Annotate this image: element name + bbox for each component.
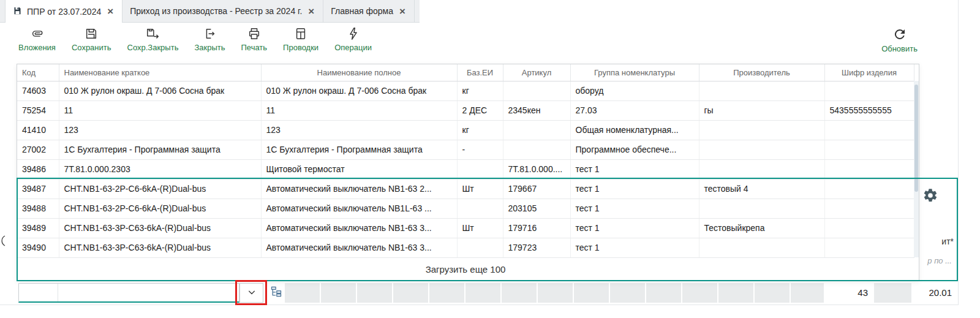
door-exit-icon (203, 27, 216, 40)
field-placeholder-fragment[interactable]: р по ... (911, 256, 952, 265)
tab-bar: ППР от 23.07.2024 × Приход из производст… (0, 0, 420, 23)
column-header-baz-ei[interactable]: Баз.ЕИ (457, 64, 503, 81)
tree-view-icon (270, 286, 282, 300)
column-header-manufacturer[interactable]: Производитель (699, 64, 824, 81)
table-cell: тест 1 (570, 159, 699, 179)
field-label-fragment: ит* (916, 237, 954, 246)
tab-ppr[interactable]: ППР от 23.07.2024 × (5, 0, 123, 23)
table-cell: CHT.NB1-63-3P-C63-6kA-(R)Dual-bus (59, 238, 261, 257)
toolbar-button-label: Вложения (18, 43, 56, 52)
save-close-button[interactable]: Сохр.Закрыть (127, 27, 179, 52)
item-list-popup: Код Наименование краткое Наименование по… (17, 64, 919, 281)
window-right-edge (958, 0, 959, 305)
save-button[interactable]: Сохранить (72, 27, 111, 52)
table-cell: Автоматический выключатель NB1-63 2... (261, 179, 457, 199)
dropdown-button[interactable] (239, 283, 263, 303)
table-row[interactable]: 74603010 Ж рулон окраш. Д 7-006 Сосна бр… (17, 81, 914, 100)
table-row[interactable]: 39489CHT.NB1-63-3P-C63-6kA-(R)Dual-busАв… (17, 218, 914, 238)
table-cell (699, 238, 824, 257)
table-row[interactable]: 270021С Бухгалтерия - Программная защита… (17, 140, 914, 159)
table-cell: Общая номенклатурная... (570, 120, 699, 140)
save-icon (85, 27, 98, 40)
load-more-button[interactable]: Загрузить еще 100 (17, 257, 914, 281)
table-cell: Автоматический выключатель NB1-63 3... (261, 238, 457, 257)
table-cell: тест 1 (570, 238, 699, 257)
table-cell: кг (457, 81, 503, 100)
close-tab-icon[interactable]: × (398, 6, 407, 17)
postings-button[interactable]: Проводки (283, 27, 318, 52)
table-cell (699, 140, 824, 159)
table-row[interactable]: 39488CHT.NB1-63-2P-C6-6kA-(R)Dual-busАвт… (17, 199, 914, 218)
filter-code-input[interactable] (19, 284, 58, 301)
table-cell: кг (457, 120, 503, 140)
tab-glavnaya-forma[interactable]: Главная форма × (323, 0, 415, 22)
close-tab-icon[interactable]: × (307, 6, 315, 17)
table-cell: 010 Ж рулон окраш. Д 7-006 Сосна брак (59, 81, 261, 100)
toolbar-button-label: Сохранить (72, 43, 111, 52)
table-cell: 39489 (17, 218, 59, 238)
close-button[interactable]: Закрыть (194, 27, 225, 52)
table-cell: 74603 (17, 81, 59, 100)
column-header-name-short[interactable]: Наименование краткое (59, 64, 261, 81)
settings-button[interactable] (922, 187, 938, 203)
table-cell: Шт (457, 218, 503, 238)
printer-icon (247, 27, 261, 40)
table-cell: 203105 (503, 199, 570, 218)
table-row[interactable]: 39487CHT.NB1-63-2P-C6-6kA-(R)Dual-busАвт… (17, 179, 914, 199)
refresh-icon (892, 27, 907, 42)
table-cell (699, 159, 824, 179)
column-header-shifr[interactable]: Шифр изделия (824, 64, 914, 81)
close-tab-icon[interactable]: × (106, 6, 115, 17)
table-cell: 41410 (17, 120, 59, 140)
column-header-artikul[interactable]: Артикул (503, 64, 570, 81)
table-row[interactable]: 39490CHT.NB1-63-3P-C63-6kA-(R)Dual-busАв… (17, 238, 914, 257)
footer-empty-cell (874, 283, 911, 303)
table-cell: тест 1 (570, 218, 699, 238)
print-button[interactable]: Печать (241, 27, 267, 52)
table-cell: 75254 (17, 100, 59, 120)
scrollbar-thumb[interactable] (914, 85, 918, 192)
table-cell: Автоматический выключатель NB1L-63 ... (261, 199, 457, 218)
attachments-button[interactable]: Вложения (18, 27, 56, 52)
table-cell: Программное обеспече... (570, 140, 699, 159)
table-cell: 7Т.81.0.000.... (503, 159, 570, 179)
toolbar-button-label: Сохр.Закрыть (127, 43, 179, 52)
table-cell: 1С Бухгалтерия - Программная защита (59, 140, 261, 159)
toolbar-button-label: Операции (334, 43, 372, 52)
quick-filter-field (18, 283, 239, 303)
toolbar: Вложения Сохранить Сохр.Закрыть Закрыть … (0, 23, 958, 63)
table-row[interactable]: 41410123123кгОбщая номенклатурная... (17, 120, 914, 140)
table-cell (824, 120, 914, 140)
table-cell: 2345кен (503, 100, 570, 120)
table-cell: гы (699, 100, 824, 120)
column-header-kod[interactable]: Код (17, 64, 59, 81)
table-cell (457, 159, 503, 179)
table-cell (824, 238, 914, 257)
table-cell: 39488 (17, 199, 59, 218)
column-header-group[interactable]: Группа номенклатуры (570, 64, 699, 81)
tree-view-button[interactable] (268, 284, 285, 301)
table-cell: 39486 (17, 159, 59, 179)
table-cell: 27.03 (570, 100, 699, 120)
table-cell (824, 179, 914, 199)
table-row[interactable]: 7525411112 ДЕС2345кен27.03гы543555555555… (17, 100, 914, 120)
window-bottom-edge (0, 305, 959, 305)
vertical-scrollbar (914, 81, 919, 257)
footer-empty-cells (285, 283, 824, 303)
tab-prihod-reestr[interactable]: Приход из производства - Реестр за 2024 … (123, 0, 323, 22)
table-cell: 11 (59, 100, 261, 120)
table-cell (824, 140, 914, 159)
toolbar-button-label: Закрыть (194, 43, 225, 52)
table-cell: 1С Бухгалтерия - Программная защита (261, 140, 457, 159)
table-cell: CHT.NB1-63-2P-C6-6kA-(R)Dual-bus (59, 199, 261, 218)
table-row[interactable]: 394867Т.81.0.000.2303Щитовой термостат7Т… (17, 159, 914, 179)
table-cell: 11 (261, 100, 457, 120)
table-header-row: Код Наименование краткое Наименование по… (17, 64, 914, 81)
paperclip-icon (30, 27, 43, 40)
refresh-button[interactable]: Обновить (881, 27, 918, 53)
save-close-icon (146, 27, 159, 40)
operations-button[interactable]: Операции (334, 27, 372, 52)
filter-name-input[interactable] (58, 284, 239, 301)
column-header-name-full[interactable]: Наименование полное (261, 64, 457, 81)
table-cell (699, 120, 824, 140)
